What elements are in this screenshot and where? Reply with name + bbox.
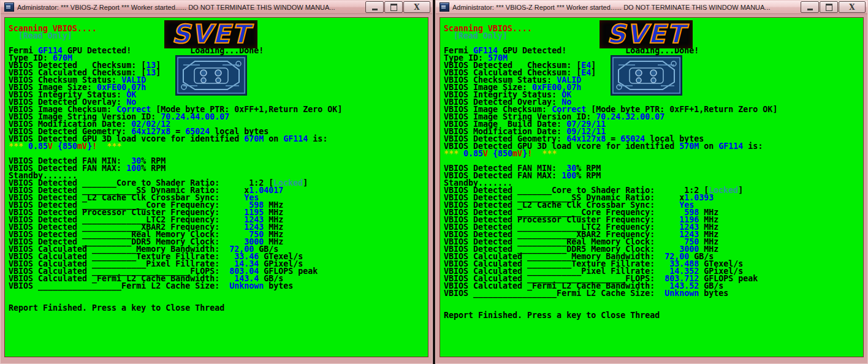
svet-logo-text: SVET [607,20,689,48]
minimize-icon [807,9,813,10]
console-line [444,297,863,305]
close-icon: X [414,4,419,11]
svet-logo: SVET [164,20,257,48]
window-title: Administrator: *** VBIOS-Z Report *** Wo… [452,4,797,11]
window-controls: X [801,1,866,13]
minimize-button[interactable] [801,1,819,13]
window-title: Administrator: *** VBIOS-Z Report *** Wo… [17,4,362,11]
minimize-button[interactable] [365,1,384,13]
console-line: *** 0.85V {850mV}! *** [444,150,863,157]
svet-logo: SVET [600,20,693,48]
console-line: Report Finished. Press a key to Close Th… [9,305,428,312]
circuit-board-image [175,55,247,96]
console-line [9,290,428,297]
console-window-right: Administrator: *** VBIOS-Z Report *** Wo… [435,0,868,364]
close-icon: X [849,4,855,11]
titlebar[interactable]: Administrator: *** VBIOS-Z Report *** Wo… [1,1,432,14]
console-line: Report Finished. Press a key to Close Th… [444,312,863,319]
maximize-button[interactable] [820,1,838,13]
console-app-icon [440,2,449,12]
minimize-icon [372,9,378,10]
console-viewport[interactable]: Scanning VBIOS.... [Read Only]Fermi GF11… [4,17,428,357]
circuit-board-image [611,55,682,96]
console-viewport[interactable]: Scanning VBIOS.... [Read Only]Fermi GF11… [440,17,864,357]
maximize-icon [390,4,397,11]
maximize-icon [826,4,832,11]
titlebar[interactable]: Administrator: *** VBIOS-Z Report *** Wo… [436,1,867,14]
maximize-button[interactable] [384,1,403,13]
close-button[interactable]: X [839,1,866,13]
console-app-icon [4,2,14,12]
console-line: VBIOS _________________Fermi L2 Cache Si… [444,290,863,297]
close-button[interactable]: X [403,1,430,13]
console-window-left: Administrator: *** VBIOS-Z Report *** Wo… [0,0,433,364]
svet-logo-text: SVET [172,20,254,48]
console-line: VBIOS _________________Fermi L2 Cache Si… [9,282,428,290]
window-controls: X [365,1,430,13]
console-line: *** 0.85V {850mV}! *** [9,143,428,150]
